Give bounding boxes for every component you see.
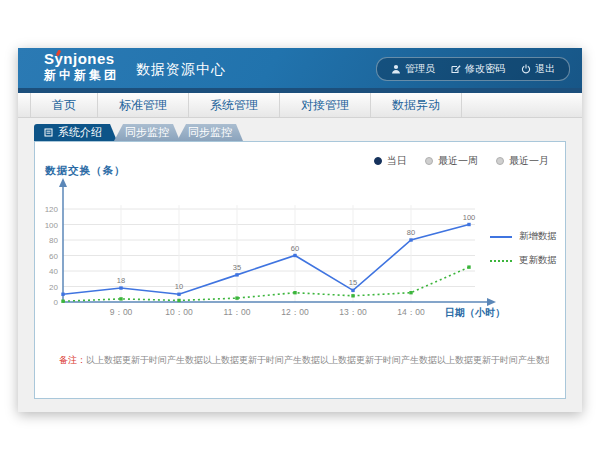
svg-text:60: 60 xyxy=(49,252,58,261)
edit-icon xyxy=(451,64,461,74)
tab-label: 同步监控 xyxy=(125,126,169,138)
svg-text:11：00: 11：00 xyxy=(224,307,251,317)
tab-label: 系统介绍 xyxy=(58,124,102,141)
svg-text:40: 40 xyxy=(49,267,58,276)
legend-item-update-data[interactable]: 更新数据 xyxy=(490,254,557,267)
footnote-text: 以上数据更新于时间产生数据以上数据更新于时间产生数据以上数据更新于时间产生数据以… xyxy=(86,355,549,365)
svg-text:80: 80 xyxy=(49,236,58,245)
main-nav: 首页 标准管理 系统管理 对接管理 数据异动 xyxy=(18,93,582,118)
svg-text:18: 18 xyxy=(117,276,125,285)
legend-line-dotted xyxy=(490,260,512,262)
svg-text:80: 80 xyxy=(407,228,415,237)
nav-item-standard-mgmt[interactable]: 标准管理 xyxy=(98,93,189,117)
svg-text:60: 60 xyxy=(291,244,299,253)
logo: Synjones 新中新集团 xyxy=(44,51,119,81)
user-menu-logout[interactable]: 退出 xyxy=(521,62,555,76)
nav-item-interface-mgmt[interactable]: 对接管理 xyxy=(280,93,371,117)
svg-text:9：00: 9：00 xyxy=(110,307,133,317)
footnote-prefix: 备注： xyxy=(59,355,86,365)
user-menu-admin-label: 管理员 xyxy=(405,62,435,76)
svg-text:120: 120 xyxy=(45,205,59,214)
svg-text:0: 0 xyxy=(54,298,59,307)
app-window: Synjones 新中新集团 数据资源中心 管理员 修改密码 退 xyxy=(18,48,582,412)
page-title: 数据资源中心 xyxy=(136,61,226,79)
nav-item-system-mgmt[interactable]: 系统管理 xyxy=(189,93,280,117)
document-icon xyxy=(44,128,53,137)
chart-panel: 当日 最近一周 最近一月 数据交换（条） 0204060801001209：00… xyxy=(34,141,566,399)
footnote: 备注：以上数据更新于时间产生数据以上数据更新于时间产生数据以上数据更新于时间产生… xyxy=(59,354,549,367)
user-menu: 管理员 修改密码 退出 xyxy=(376,57,570,81)
svg-text:20: 20 xyxy=(49,283,58,292)
logo-text-en: Synjones xyxy=(44,51,115,66)
svg-text:日期（小时）: 日期（小时） xyxy=(445,307,505,318)
legend-label: 更新数据 xyxy=(519,254,557,267)
svg-text:100: 100 xyxy=(463,213,476,222)
svg-text:10: 10 xyxy=(175,282,183,291)
tab-sync-monitor-2[interactable]: 同步监控 xyxy=(177,124,243,141)
svg-text:100: 100 xyxy=(45,221,59,230)
svg-text:15: 15 xyxy=(349,278,357,287)
app-header: Synjones 新中新集团 数据资源中心 管理员 修改密码 退 xyxy=(18,48,582,88)
svg-text:12：00: 12：00 xyxy=(281,307,309,317)
logo-text-cn: 新中新集团 xyxy=(44,69,119,81)
svg-text:14：00: 14：00 xyxy=(397,307,425,317)
legend-item-new-data[interactable]: 新增数据 xyxy=(490,230,557,243)
user-icon xyxy=(391,64,401,74)
legend-label: 新增数据 xyxy=(519,230,557,243)
svg-text:35: 35 xyxy=(233,263,241,272)
user-menu-password-label: 修改密码 xyxy=(465,62,505,76)
tab-system-intro[interactable]: 系统介绍 xyxy=(34,124,117,141)
tab-label: 同步监控 xyxy=(188,126,232,138)
tab-sync-monitor-1[interactable]: 同步监控 xyxy=(114,124,180,141)
svg-text:13：00: 13：00 xyxy=(339,307,367,317)
svg-text:10：00: 10：00 xyxy=(165,307,193,317)
nav-item-home[interactable]: 首页 xyxy=(30,93,98,117)
legend-line-solid xyxy=(490,236,512,238)
tab-bar: 系统介绍 同步监控 同步监控 xyxy=(34,121,582,141)
user-menu-logout-label: 退出 xyxy=(535,62,555,76)
chart-legend: 新增数据 更新数据 xyxy=(490,230,557,267)
user-menu-admin[interactable]: 管理员 xyxy=(391,62,435,76)
user-menu-change-password[interactable]: 修改密码 xyxy=(451,62,505,76)
logout-icon xyxy=(521,64,531,74)
nav-item-data-change[interactable]: 数据异动 xyxy=(371,93,462,117)
